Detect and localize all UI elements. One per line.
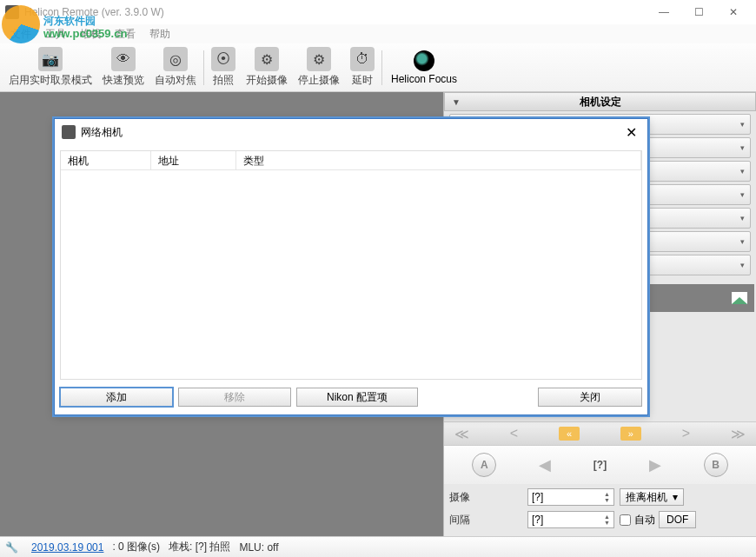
step-right-badge[interactable]: » xyxy=(620,427,641,441)
liveview-button[interactable]: 📷 启用实时取景模式 xyxy=(3,45,97,90)
preview-button[interactable]: 👁 快速预览 xyxy=(97,45,149,90)
shoot-icon: ⦿ xyxy=(211,47,235,71)
startrec-label: 开始摄像 xyxy=(246,73,288,88)
chevron-down-icon: ▾ xyxy=(740,167,745,176)
chevron-down-icon: ▾ xyxy=(740,143,745,152)
recording-direction-dropdown[interactable]: 推离相机 ▾ xyxy=(620,488,684,506)
bracket-center-value: [?] xyxy=(594,459,607,471)
recording-label: 摄像 xyxy=(449,490,527,505)
shoot-button[interactable]: ⦿ 拍照 xyxy=(206,45,241,90)
step-arrow-band: ≪ < « » > ≫ xyxy=(444,421,756,446)
autofocus-icon: ◎ xyxy=(163,47,188,71)
dialog-body: 相机 地址 类型 添加 移除 Nikon 配置项 关闭 xyxy=(55,145,647,414)
startrec-button[interactable]: ⚙ 开始摄像 xyxy=(241,45,293,90)
liveview-label: 启用实时取景模式 xyxy=(9,73,92,88)
next-icon[interactable]: > xyxy=(682,426,690,441)
column-address[interactable]: 地址 xyxy=(151,151,236,169)
column-camera[interactable]: 相机 xyxy=(61,151,151,169)
dialog-titlebar: 网络相机 ✕ xyxy=(55,119,647,145)
interval-label: 间隔 xyxy=(449,513,527,527)
camera-table: 相机 地址 类型 xyxy=(60,150,642,380)
status-session-link[interactable]: 2019.03.19 001 xyxy=(31,541,103,554)
autofocus-label: 自动对焦 xyxy=(155,73,196,88)
toolbar-separator xyxy=(203,50,204,85)
menu-view[interactable]: 查看 xyxy=(108,27,143,42)
spin-arrows-icon: ▲▼ xyxy=(604,491,610,503)
prev-icon[interactable]: < xyxy=(510,426,518,441)
recording-value: [?] xyxy=(532,491,543,503)
status-mlu: MLU: off xyxy=(239,541,278,554)
recording-spinner[interactable]: [?] ▲▼ xyxy=(527,488,614,506)
stoprec-label: 停止摄像 xyxy=(298,73,340,88)
menu-file[interactable]: 文件 xyxy=(3,27,38,42)
ab-bracket-band: A ◀ [?] ▶ B xyxy=(444,446,756,484)
chevron-down-icon: ▾ xyxy=(740,214,745,222)
helicon-focus-icon xyxy=(414,50,434,71)
record-icon: ⚙ xyxy=(255,47,279,71)
table-header-row: 相机 地址 类型 xyxy=(61,151,641,170)
forward-icon[interactable]: ≫ xyxy=(731,426,746,442)
point-b-button[interactable]: B xyxy=(704,453,728,477)
collapse-icon: ▼ xyxy=(452,97,461,107)
toolbar-separator xyxy=(381,50,382,85)
window-title: Helicon Remote (ver. 3.9.0 W) xyxy=(24,6,647,18)
status-stack: 堆栈: [?] 拍照 xyxy=(169,540,230,554)
close-button[interactable]: 关闭 xyxy=(538,388,642,407)
point-a-button[interactable]: A xyxy=(472,453,496,477)
rewind-icon[interactable]: ≪ xyxy=(454,426,469,442)
remove-button[interactable]: 移除 xyxy=(178,388,291,407)
camera-settings-header[interactable]: ▼ 相机设定 xyxy=(444,92,756,111)
helicon-focus-label: Helicon Focus xyxy=(391,73,457,85)
interval-auto-checkbox[interactable] xyxy=(620,514,631,526)
shoot-label: 拍照 xyxy=(213,73,234,88)
spin-arrows-icon: ▲▼ xyxy=(604,514,610,526)
delay-label: 延时 xyxy=(352,73,373,88)
menu-stack[interactable]: 堆栈 xyxy=(73,27,108,42)
dof-button[interactable]: DOF xyxy=(659,511,696,528)
dialog-buttons: 添加 移除 Nikon 配置项 关闭 xyxy=(60,385,642,409)
chevron-down-icon: ▾ xyxy=(673,491,678,503)
chevron-down-icon: ▾ xyxy=(740,190,745,199)
network-camera-dialog: 网络相机 ✕ 相机 地址 类型 添加 移除 Nikon 配置项 关闭 xyxy=(54,118,648,415)
toolbar: 📷 启用实时取景模式 👁 快速预览 ◎ 自动对焦 ⦿ 拍照 ⚙ 开始摄像 ⚙ 停… xyxy=(0,43,756,92)
delay-icon: ⏱ xyxy=(350,47,375,71)
arrow-right-icon[interactable]: ▶ xyxy=(649,455,661,474)
interval-auto-label: 自动 xyxy=(634,513,655,527)
stoprec-button[interactable]: ⚙ 停止摄像 xyxy=(293,45,345,90)
dialog-close-icon[interactable]: ✕ xyxy=(622,124,640,141)
autofocus-button[interactable]: ◎ 自动对焦 xyxy=(149,45,202,90)
titlebar: Helicon Remote (ver. 3.9.0 W) — ☐ ✕ xyxy=(0,0,756,24)
menubar: 文件 工具 堆栈 查看 帮助 xyxy=(0,24,756,43)
status-images: : 0 图像(s) xyxy=(112,540,160,554)
form-rows: 摄像 [?] ▲▼ 推离相机 ▾ 间隔 [?] ▲▼ 自动 xyxy=(444,484,756,536)
recording-extra-label: 推离相机 xyxy=(626,490,667,505)
delay-button[interactable]: ⏱ 延时 xyxy=(345,45,380,90)
app-icon xyxy=(5,5,19,19)
helicon-focus-button[interactable]: Helicon Focus xyxy=(384,49,464,87)
arrow-left-icon[interactable]: ◀ xyxy=(539,455,551,474)
preview-icon: 👁 xyxy=(111,47,136,71)
stop-icon: ⚙ xyxy=(307,47,331,71)
chevron-down-icon: ▾ xyxy=(740,237,745,246)
chevron-down-icon: ▾ xyxy=(740,261,745,269)
menu-tools[interactable]: 工具 xyxy=(38,27,73,42)
minimize-button[interactable]: — xyxy=(647,0,681,24)
preview-label: 快速预览 xyxy=(103,73,144,88)
step-left-badge[interactable]: « xyxy=(559,427,580,441)
nikon-config-button[interactable]: Nikon 配置项 xyxy=(296,388,418,407)
column-type[interactable]: 类型 xyxy=(236,151,641,169)
recording-row: 摄像 [?] ▲▼ 推离相机 ▾ xyxy=(449,487,751,507)
close-window-button[interactable]: ✕ xyxy=(716,0,751,24)
add-button[interactable]: 添加 xyxy=(60,388,173,407)
panel-title: 相机设定 xyxy=(580,95,621,109)
image-icon xyxy=(732,292,747,304)
wrench-icon[interactable]: 🔧 xyxy=(5,541,17,554)
interval-value: [?] xyxy=(532,514,543,526)
menu-help[interactable]: 帮助 xyxy=(143,27,177,42)
chevron-down-icon: ▾ xyxy=(740,120,745,129)
interval-spinner[interactable]: [?] ▲▼ xyxy=(527,511,614,528)
interval-row: 间隔 [?] ▲▼ 自动 DOF xyxy=(449,510,751,529)
maximize-button[interactable]: ☐ xyxy=(681,0,716,24)
liveview-icon: 📷 xyxy=(38,47,63,71)
dialog-title-text: 网络相机 xyxy=(81,125,622,140)
